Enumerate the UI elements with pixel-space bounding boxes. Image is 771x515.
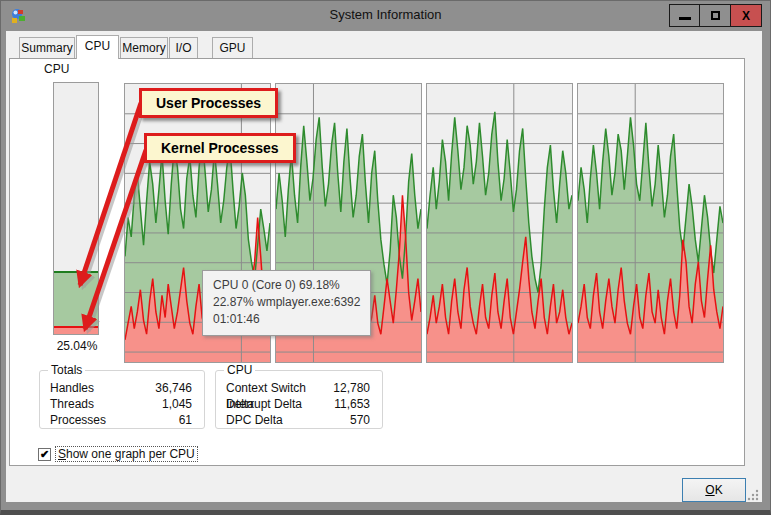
tab-memory[interactable]: Memory xyxy=(120,37,168,58)
kernel-processes-callout: Kernel Processes xyxy=(144,133,296,163)
maximize-icon xyxy=(711,11,720,20)
cpu-row-interrupt: Interrupt Delta11,653 xyxy=(216,396,382,412)
totals-groupbox: Totals Handles36,746 Threads1,045 Proces… xyxy=(39,370,205,429)
close-icon: X xyxy=(742,9,750,23)
cpu-graph-panel-2[interactable] xyxy=(426,83,573,363)
totals-row-processes: Processes61 xyxy=(40,412,204,428)
resize-grip[interactable] xyxy=(747,489,759,501)
cpu-meter-kernel-fill xyxy=(54,326,98,334)
cpu-meter-label: CPU xyxy=(44,62,69,76)
totals-row-threads: Threads1,045 xyxy=(40,396,204,412)
system-information-window: System Information X Summary CPU Memory … xyxy=(0,0,771,515)
cpu-row-context-switch: Context Switch Delta12,780 xyxy=(216,380,382,396)
close-button[interactable]: X xyxy=(731,4,762,27)
cpu-usage-percent: 25.04% xyxy=(37,339,117,353)
tooltip-line-cpu: CPU 0 (Core 0) 69.18% xyxy=(213,277,360,294)
tooltip-line-time: 01:01:46 xyxy=(213,311,360,328)
show-one-graph-checkbox[interactable]: ✔ xyxy=(38,448,51,461)
minimize-icon xyxy=(679,17,691,20)
cpu-stats-groupbox: CPU Context Switch Delta12,780 Interrupt… xyxy=(215,370,383,429)
ok-button[interactable]: OK xyxy=(682,478,746,502)
cpu-graph-panel-3[interactable] xyxy=(577,83,724,363)
tab-io[interactable]: I/O xyxy=(169,37,198,58)
cpu-row-dpc: DPC Delta570 xyxy=(216,412,382,428)
cpu-tab-page: CPU 25.04% xyxy=(9,58,745,466)
minimize-button[interactable] xyxy=(669,4,700,27)
cpu-stats-title: CPU xyxy=(224,363,255,377)
totals-row-handles: Handles36,746 xyxy=(40,380,204,396)
tab-cpu[interactable]: CPU xyxy=(76,35,119,59)
tooltip-line-process: 22.87% wmplayer.exe:6392 xyxy=(213,294,360,311)
tab-gpu[interactable]: GPU xyxy=(212,37,253,58)
tab-summary[interactable]: Summary xyxy=(19,37,75,58)
cpu-meter-user-fill xyxy=(54,271,98,334)
graph-tooltip: CPU 0 (Core 0) 69.18% 22.87% wmplayer.ex… xyxy=(202,270,371,336)
dialog-body: Summary CPU Memory I/O GPU CPU 25.04% xyxy=(6,31,762,502)
title-bar[interactable]: System Information X xyxy=(1,1,770,31)
user-processes-callout: User Processes xyxy=(139,88,278,118)
cpu-usage-meter xyxy=(53,82,99,335)
maximize-button[interactable] xyxy=(700,4,731,27)
totals-title: Totals xyxy=(48,363,85,377)
window-title: System Information xyxy=(1,7,770,22)
show-one-graph-label[interactable]: Show one graph per CPU xyxy=(55,446,198,462)
